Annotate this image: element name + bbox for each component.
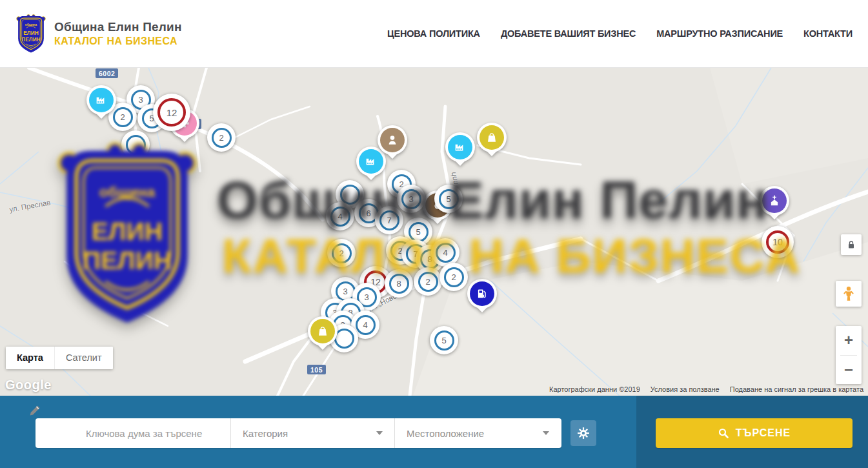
map-pin-church[interactable]	[760, 186, 789, 216]
lock-icon	[845, 239, 857, 250]
nav-item-add-business[interactable]: ДОБАВЕТЕ ВАШИЯТ БИЗНЕС	[501, 28, 636, 39]
svg-text:ЕЛИН: ЕЛИН	[23, 30, 38, 36]
map-type-satellite-button[interactable]: Сателит	[54, 347, 113, 369]
municipality-logo-icon: община ЕЛИН ПЕЛИН	[15, 14, 46, 54]
pegman-icon	[842, 285, 856, 302]
svg-text:ПЕЛИН: ПЕЛИН	[21, 36, 40, 43]
attribution-terms-link[interactable]: Условия за ползване	[651, 385, 720, 393]
zoom-in-button[interactable]: +	[836, 326, 862, 355]
brand-logo-block[interactable]: община ЕЛИН ПЕЛИН Община Елин Пелин КАТА…	[15, 14, 182, 54]
nav-item-bus-schedule[interactable]: МАРШРУТНО РАЗПИСАНИЕ	[656, 28, 783, 39]
map-pin-bag[interactable]	[477, 123, 507, 152]
lock-button[interactable]	[841, 234, 862, 255]
main-nav: ЦЕНОВА ПОЛИТИКА ДОБАВЕТЕ ВАШИЯТ БИЗНЕС М…	[387, 28, 853, 39]
zoom-out-button[interactable]: −	[836, 356, 862, 385]
map-marker-cluster[interactable]: 4	[326, 202, 354, 230]
map-marker-cluster[interactable]: 12	[153, 94, 190, 131]
nav-item-contacts[interactable]: КОНТАКТИ	[803, 28, 853, 39]
attribution-report-link[interactable]: Подаване на сигнал за грешка в картата	[730, 385, 863, 393]
category-select[interactable]: Категория	[231, 418, 395, 448]
map-marker-cluster[interactable]: 7	[375, 206, 403, 234]
map-pin-fuel[interactable]	[467, 279, 497, 309]
map-type-map-button[interactable]: Карта	[6, 347, 54, 369]
brand-subtitle: КАТАЛОГ НА БИЗНЕСА	[54, 36, 182, 47]
attribution-copyright: Картографски данни ©2019	[549, 385, 640, 393]
map-marker-cluster[interactable]: 2	[414, 267, 442, 296]
pencil-icon	[28, 404, 41, 417]
zoom-control: + −	[836, 326, 862, 384]
search-icon	[718, 427, 729, 439]
map-marker-cluster[interactable]: 2	[207, 123, 236, 152]
map-marker-cluster[interactable]: 8	[385, 269, 413, 298]
map-pin-bag[interactable]	[308, 316, 338, 346]
header: община ЕЛИН ПЕЛИН Община Елин Пелин КАТА…	[0, 0, 868, 68]
map-pin-factory[interactable]	[445, 132, 475, 162]
map-pin-worker[interactable]	[378, 125, 407, 155]
google-logo: Google	[5, 378, 52, 392]
map-marker-cluster[interactable]: 5	[430, 326, 458, 354]
map-marker-cluster[interactable]: 5	[434, 185, 463, 213]
map-marker-cluster[interactable]: 3	[397, 185, 425, 213]
gear-icon	[577, 427, 590, 440]
nav-item-pricing[interactable]: ЦЕНОВА ПОЛИТИКА	[387, 28, 480, 39]
map-marker-cluster[interactable]: 10	[762, 226, 794, 258]
chevron-down-icon	[543, 431, 549, 435]
map-attribution: Картографски данни ©2019 Условия за полз…	[549, 385, 863, 393]
markers-layer: 32512223546752278412822333834510	[0, 68, 868, 396]
location-value: Местоположение	[407, 428, 484, 439]
keyword-input[interactable]	[86, 428, 208, 439]
search-button-label: ТЪРСЕНЕ	[736, 427, 791, 439]
map-marker-cluster[interactable]: 2	[439, 263, 468, 291]
brand-text: Община Елин Пелин КАТАЛОГ НА БИЗНЕСА	[54, 20, 182, 47]
pegman-button[interactable]	[836, 281, 862, 307]
map-marker-cluster[interactable]: 2	[327, 239, 356, 267]
category-value: Категория	[243, 428, 288, 439]
map-type-control: Карта Сателит	[6, 347, 113, 369]
map-marker-cluster[interactable]	[121, 130, 150, 159]
map-canvas[interactable]: 6002 105 ул. Преслав бул. „Новосел ции 3…	[0, 68, 868, 396]
page: община ЕЛИН ПЕЛИН Община Елин Пелин КАТА…	[0, 0, 868, 468]
chevron-down-icon	[376, 431, 383, 435]
keyword-segment	[35, 418, 231, 448]
search-button[interactable]: ТЪРСЕНЕ	[656, 418, 853, 448]
settings-button[interactable]	[570, 420, 596, 446]
brand-title: Община Елин Пелин	[54, 20, 182, 34]
search-bar: Категория Местоположение	[0, 396, 868, 468]
search-fields: Категория Местоположение	[35, 418, 561, 448]
map-pin-factory[interactable]	[86, 85, 116, 115]
location-select[interactable]: Местоположение	[395, 418, 561, 448]
